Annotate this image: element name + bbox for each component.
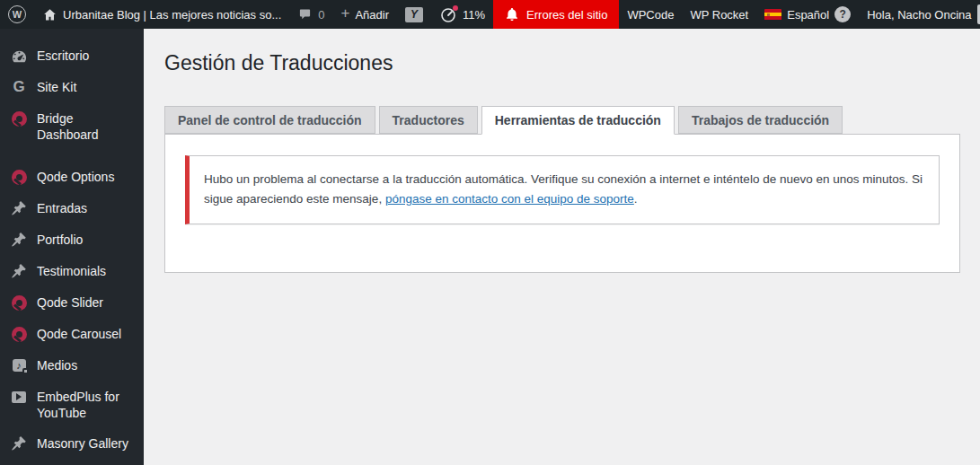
pushpin-icon [10, 262, 28, 280]
sidebar-item-qode-slider[interactable]: Qode Slider [0, 287, 144, 319]
site-errors-menu[interactable]: Errores del sitio [493, 0, 619, 29]
sidebar-item-label: Site Kit [37, 79, 76, 95]
qode-logo-icon [10, 294, 28, 311]
error-notice-suffix: . [634, 192, 638, 206]
sidebar-item-label: Testimonials [37, 263, 106, 279]
sidebar-item-label: Qode Options [37, 169, 114, 185]
wpcode-menu[interactable]: WPCode [619, 0, 682, 29]
yoast-menu[interactable]: Y [397, 0, 431, 29]
wordpress-menu[interactable]: W [0, 0, 34, 29]
gauge-alert-dot [453, 5, 458, 11]
seo-score-value: 11% [463, 8, 485, 22]
site-errors-label: Errores del sitio [526, 8, 607, 22]
comment-bubble-icon [297, 7, 313, 22]
gauge-icon [439, 5, 457, 23]
sidebar-item-label: Medios [37, 357, 77, 373]
account-menu[interactable]: Hola, Nacho Oncina [859, 0, 980, 29]
google-g-icon: G [10, 78, 28, 96]
sidebar-item-site-kit[interactable]: G Site Kit [0, 72, 144, 103]
sidebar-item-bridge-dashboard[interactable]: Bridge Dashboard [0, 103, 144, 150]
wordpress-logo-icon: W [8, 5, 26, 23]
sidebar-item-entradas[interactable]: Entradas [0, 193, 144, 224]
admin-topbar: W Urbanitae Blog | Las mejores noticias … [0, 0, 980, 29]
sidebar-item-label: Portfolio [37, 232, 83, 248]
sidebar-item-label: Bridge Dashboard [37, 110, 137, 143]
support-link[interactable]: póngase en contacto con el equipo de sop… [385, 192, 634, 206]
wprocket-label: WP Rocket [690, 8, 748, 22]
tab-herramientas-de-traduccion[interactable]: Herramientas de traducción [481, 106, 675, 135]
sidebar-item-portfolio[interactable]: Portfolio [0, 224, 144, 256]
spain-flag-icon [764, 9, 781, 21]
sidebar-item-qode-options[interactable]: Qode Options [0, 162, 144, 193]
tab-bar: Panel de control de traducción Traductor… [164, 106, 960, 134]
media-icon: ♪ [10, 356, 28, 374]
new-content-menu[interactable]: + Añadir [333, 0, 398, 29]
sidebar-item-medios[interactable]: ♪ Medios [0, 350, 144, 382]
tab-traductores[interactable]: Traductores [379, 106, 478, 134]
comments-menu[interactable]: 0 [289, 0, 332, 29]
qode-logo-icon [10, 110, 28, 127]
pushpin-icon [10, 434, 28, 452]
tab-content-panel: Hubo un problema al conectarse a la trad… [164, 134, 960, 273]
sidebar-item-label: Qode Carousel [37, 326, 121, 342]
language-label: Español [787, 8, 829, 22]
yoast-icon: Y [405, 7, 423, 22]
youtube-play-icon [10, 388, 28, 406]
bell-icon [505, 7, 519, 22]
error-notice: Hubo un problema al conectarse a la trad… [185, 155, 940, 224]
new-content-label: Añadir [355, 8, 389, 22]
sidebar-item-qode-carousel[interactable]: Qode Carousel [0, 319, 144, 350]
sidebar-item-embedplus-youtube[interactable]: EmbedPlus for YouTube [0, 382, 144, 428]
sidebar-item-testimonials[interactable]: Testimonials [0, 256, 144, 287]
sidebar-item-label: Entradas [37, 200, 87, 216]
avatar [977, 4, 980, 24]
wprocket-menu[interactable]: WP Rocket [682, 0, 756, 29]
page-title: Gestión de Traducciones [164, 50, 960, 76]
site-name-menu[interactable]: Urbanitae Blog | Las mejores noticias so… [34, 0, 289, 29]
sidebar-item-masonry-gallery[interactable]: Masonry Gallery [0, 428, 144, 460]
sidebar-item-label: Qode Slider [37, 294, 103, 311]
qode-logo-icon [10, 168, 28, 186]
plus-icon: + [341, 4, 350, 22]
admin-sidebar: Escritorio G Site Kit Bridge Dashboard Q… [0, 29, 144, 465]
home-icon [42, 7, 57, 22]
sidebar-item-label: EmbedPlus for YouTube [37, 389, 137, 421]
pushpin-icon [10, 199, 28, 217]
sidebar-separator [0, 150, 144, 162]
sidebar-item-escritorio[interactable]: Escritorio [0, 40, 144, 72]
seo-score-menu[interactable]: 11% [431, 0, 493, 29]
pushpin-icon [10, 231, 28, 249]
language-menu[interactable]: Español ? [756, 0, 859, 29]
sidebar-item-label: Escritorio [37, 48, 89, 64]
help-icon[interactable]: ? [834, 6, 851, 22]
tab-trabajos-de-traduccion[interactable]: Trabajos de traducción [678, 106, 843, 134]
comments-count: 0 [318, 8, 324, 22]
wpcode-label: WPCode [627, 8, 674, 22]
site-name-label: Urbanitae Blog | Las mejores noticias so… [63, 8, 281, 22]
dashboard-icon [10, 47, 28, 65]
account-greeting: Hola, Nacho Oncina [867, 8, 971, 22]
sidebar-item-paginas[interactable]: Páginas [0, 460, 144, 465]
qode-logo-icon [10, 325, 28, 343]
tab-panel-de-control[interactable]: Panel de control de traducción [164, 106, 375, 134]
sidebar-item-label: Masonry Gallery [37, 435, 128, 452]
main-content: Gestión de Traducciones Panel de control… [144, 29, 980, 465]
